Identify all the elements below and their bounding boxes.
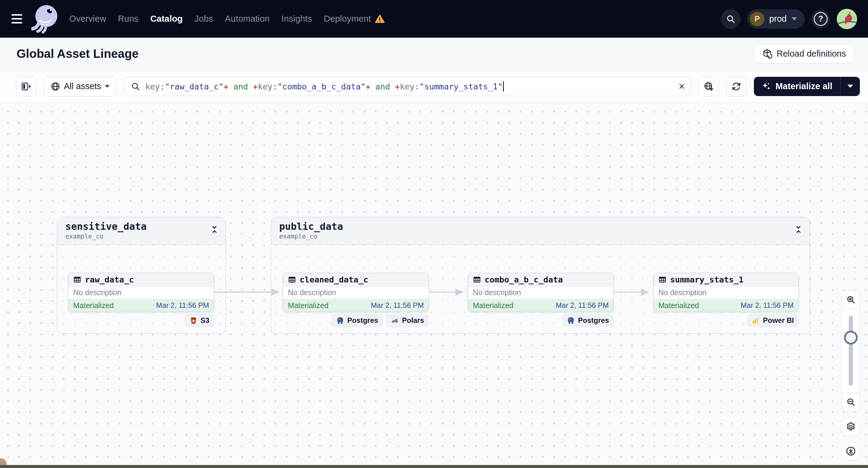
collapse-group-icon[interactable] — [794, 225, 803, 234]
materialize-all-button[interactable]: Materialize all — [754, 77, 840, 96]
nav-item-catalog[interactable]: Catalog — [150, 14, 183, 24]
global-asset-lineage-screen: Overview Runs Catalog Jobs Automation In… — [0, 0, 868, 468]
table-icon — [473, 276, 481, 284]
download-graph-button[interactable] — [841, 442, 860, 461]
hamburger-menu-icon[interactable] — [11, 14, 24, 24]
asset-search-input[interactable]: key:"raw_data_c"+ and +key:"combo_a_b_c_… — [124, 77, 691, 96]
graph-settings-button[interactable] — [841, 417, 860, 436]
chevron-down-icon — [792, 17, 797, 21]
status-badge: Materialized — [473, 301, 514, 310]
kind-badge-label: S3 — [200, 316, 209, 325]
download-icon — [846, 446, 856, 456]
help-icon: ? — [814, 12, 828, 26]
asset-scope-dropdown[interactable]: All assets — [44, 76, 117, 96]
gear-icon — [846, 422, 856, 432]
zoom-in-button[interactable] — [842, 290, 860, 309]
asset-node-combo-a-b-c-data[interactable]: combo_a_b_c_data No description Material… — [468, 273, 614, 312]
group-subtitle: example_co — [65, 233, 225, 240]
asset-name: combo_a_b_c_data — [485, 275, 563, 284]
materialize-all-split-button: Materialize all — [754, 77, 860, 96]
text-cursor — [503, 81, 504, 92]
fetch-remote-assets-button[interactable] — [699, 76, 719, 96]
asset-description: No description — [654, 286, 799, 299]
materialization-timestamp[interactable]: Mar 2, 11:56 PM — [556, 301, 609, 310]
powerbi-icon — [752, 316, 760, 325]
asset-node-summary-stats-1[interactable]: summary_stats_1 No description Materiali… — [653, 273, 799, 312]
minimap-fragment — [0, 458, 7, 466]
reload-cube-icon — [762, 49, 772, 59]
search-icon — [726, 14, 736, 24]
kind-badge-label: Polars — [402, 316, 424, 325]
nav-item-automation[interactable]: Automation — [225, 14, 270, 24]
dagster-logo-icon[interactable] — [31, 4, 59, 34]
kind-badges-combo-a-b-c-data: Postgres — [468, 314, 614, 327]
search-query-text: key:"raw_data_c"+ and +key:"combo_a_b_c_… — [145, 81, 674, 92]
caret-down-icon — [847, 85, 853, 88]
environment-switcher[interactable]: P prod — [747, 9, 805, 29]
materialization-timestamp[interactable]: Mar 2, 11:56 PM — [371, 301, 424, 310]
status-badge: Materialized — [658, 301, 699, 310]
reload-definitions-button[interactable]: Reload definitions — [754, 44, 854, 64]
search-button[interactable] — [721, 9, 741, 29]
nav-right-cluster: P prod ? — [721, 9, 857, 29]
environment-label: prod — [769, 14, 787, 24]
help-button[interactable]: ? — [811, 10, 830, 28]
materialization-timestamp[interactable]: Mar 2, 11:56 PM — [156, 301, 209, 310]
table-icon — [73, 276, 81, 284]
asset-status-row: Materialized Mar 2, 11:56 PM — [68, 299, 214, 312]
asset-node-raw-data-c[interactable]: raw_data_c No description Materialized M… — [68, 273, 214, 312]
polars-icon — [391, 316, 399, 325]
zoom-slider-track[interactable] — [849, 316, 853, 386]
environment-avatar: P — [750, 12, 765, 26]
refresh-icon — [731, 81, 742, 92]
asset-node-cleaned-data-c[interactable]: cleaned_data_c No description Materializ… — [283, 273, 429, 312]
page-header: Global Asset Lineage Reload definitions — [0, 38, 868, 70]
nav-item-insights[interactable]: Insights — [281, 14, 312, 24]
nav-item-runs[interactable]: Runs — [118, 14, 138, 24]
kind-badges-cleaned-data-c: Postgres Polars — [283, 314, 429, 327]
group-title: sensitive_data — [65, 221, 225, 232]
lineage-graph-canvas[interactable]: sensitive_data example_co public_data ex… — [0, 103, 868, 468]
warning-icon — [375, 14, 385, 24]
collapse-group-icon[interactable] — [210, 225, 219, 234]
asset-name: summary_stats_1 — [670, 275, 744, 284]
kind-badge-powerbi[interactable]: Power BI — [747, 314, 799, 327]
asset-status-row: Materialized Mar 2, 11:56 PM — [468, 299, 614, 312]
zoom-slider[interactable] — [842, 309, 860, 393]
zoom-out-button[interactable] — [842, 393, 860, 411]
asset-description: No description — [68, 286, 214, 299]
nav-item-overview[interactable]: Overview — [69, 14, 106, 24]
nav-item-deployment[interactable]: Deployment — [324, 14, 371, 24]
asset-scope-label: All assets — [64, 81, 101, 91]
panel-expand-icon — [21, 81, 31, 92]
materialize-options-button[interactable] — [841, 77, 860, 96]
zoom-slider-handle[interactable] — [844, 331, 858, 345]
nav-item-jobs[interactable]: Jobs — [194, 14, 213, 24]
group-header[interactable]: public_data example_co — [271, 217, 810, 245]
sparkles-icon — [762, 82, 771, 91]
postgres-icon — [567, 316, 575, 325]
kind-badge-s3[interactable]: S3 — [185, 314, 214, 327]
refresh-graph-button[interactable] — [726, 76, 747, 96]
lineage-toolbar: All assets key:"raw_data_c"+ and +key:"c… — [0, 70, 868, 103]
chevron-down-icon — [105, 85, 110, 88]
kind-badge-polars[interactable]: Polars — [386, 314, 429, 327]
bottom-edge-bar — [0, 465, 868, 468]
clear-search-icon[interactable]: × — [679, 81, 685, 92]
postgres-icon — [336, 316, 344, 325]
globe-icon — [51, 82, 60, 91]
user-avatar[interactable] — [837, 9, 857, 29]
kind-badge-postgres[interactable]: Postgres — [331, 314, 383, 327]
kind-badges-raw-data-c: S3 — [68, 314, 214, 327]
group-header[interactable]: sensitive_data example_co — [57, 217, 225, 245]
zoom-control-panel — [841, 290, 860, 411]
open-side-panel-button[interactable] — [16, 76, 36, 96]
kind-badge-postgres[interactable]: Postgres — [562, 314, 614, 327]
asset-description: No description — [468, 286, 614, 299]
nav-menu: Overview Runs Catalog Jobs Automation In… — [69, 14, 385, 24]
kind-badge-label: Power BI — [763, 316, 794, 325]
materialization-timestamp[interactable]: Mar 2, 11:56 PM — [741, 301, 794, 310]
reload-definitions-label: Reload definitions — [776, 49, 846, 59]
asset-description: No description — [283, 286, 429, 299]
asset-name: raw_data_c — [85, 275, 134, 284]
